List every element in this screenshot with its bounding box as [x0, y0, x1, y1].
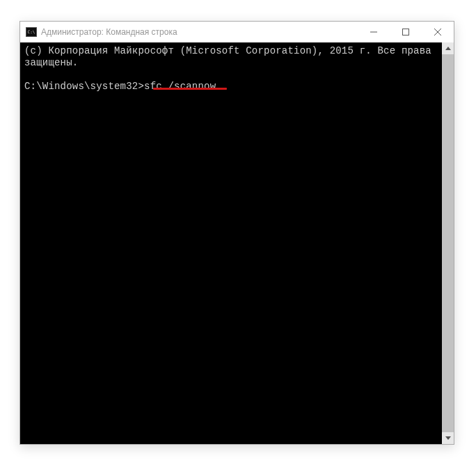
- cmd-window: Администратор: Командная строка (с) Корп…: [19, 21, 454, 445]
- vertical-scrollbar[interactable]: [442, 42, 454, 444]
- svg-marker-5: [445, 436, 451, 440]
- prompt-text: C:\Windows\system32>: [24, 81, 144, 92]
- window-controls: [358, 22, 454, 42]
- underline-annotation: [153, 88, 227, 90]
- titlebar[interactable]: Администратор: Командная строка: [20, 22, 454, 42]
- svg-marker-4: [445, 47, 451, 50]
- scroll-thumb[interactable]: [442, 54, 454, 432]
- command-text: sfc /scannow: [144, 81, 216, 92]
- console-area[interactable]: (с) Корпорация Майкрософт (Microsoft Cor…: [20, 42, 454, 444]
- scroll-down-button[interactable]: [442, 432, 454, 444]
- cmd-icon: [26, 27, 37, 37]
- scroll-up-button[interactable]: [442, 42, 454, 54]
- svg-rect-1: [403, 29, 409, 35]
- console-output: (с) Корпорация Майкрософт (Microsoft Cor…: [20, 42, 454, 95]
- copyright-text: (с) Корпорация Майкрософт (Microsoft Cor…: [24, 45, 438, 68]
- minimize-button[interactable]: [358, 22, 390, 42]
- close-button[interactable]: [422, 22, 454, 42]
- maximize-button[interactable]: [390, 22, 422, 42]
- window-title: Администратор: Командная строка: [41, 27, 358, 37]
